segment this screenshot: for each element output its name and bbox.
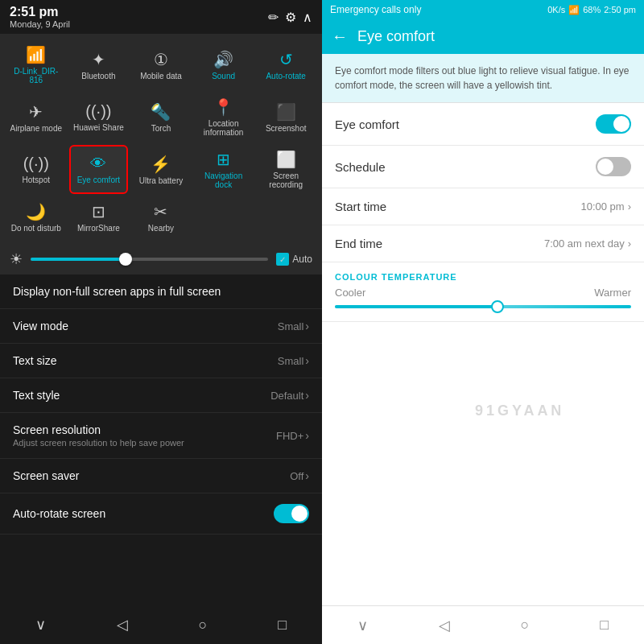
- settings-item-fullscreen[interactable]: Display non-full screen apps in full scr…: [0, 275, 322, 309]
- settings-item-textstyle[interactable]: Text style Default ›: [0, 378, 322, 413]
- eye-comfort-toggle-row[interactable]: Eye comfort: [322, 103, 644, 146]
- right-panel: Emergency calls only 0K/s 📶 68% 2:50 pm …: [322, 0, 644, 644]
- settings-list: Display non-full screen apps in full scr…: [0, 275, 322, 605]
- start-time-value: 10:00 pm ›: [580, 200, 631, 213]
- schedule-row[interactable]: Schedule: [322, 146, 644, 188]
- tile-mobile-label: Mobile data: [140, 72, 182, 80]
- schedule-toggle[interactable]: [596, 157, 631, 176]
- tile-torch[interactable]: 🔦 Torch: [131, 93, 191, 142]
- tile-ultrabattery-label: Ultra battery: [139, 176, 183, 185]
- bluetooth-icon: ✦: [92, 50, 105, 69]
- screensaver-value: Off ›: [290, 469, 309, 482]
- settings-item-viewmode[interactable]: View mode Small ›: [0, 309, 322, 344]
- left-status-bar: 2:51 pm Monday, 9 April ✏ ⚙ ∧: [0, 0, 322, 34]
- left-nav-home[interactable]: ○: [192, 610, 214, 640]
- tile-huawei[interactable]: ((·)) Huawei Share: [69, 93, 129, 142]
- start-time-row[interactable]: Start time 10:00 pm ›: [322, 188, 644, 225]
- brightness-slider[interactable]: [31, 258, 268, 261]
- screen-rec-icon: ⬜: [276, 150, 296, 169]
- fullscreen-title: Display non-full screen apps in full scr…: [13, 285, 221, 298]
- brightness-auto: ✓ Auto: [276, 253, 312, 266]
- eye-comfort-toggle[interactable]: [596, 114, 631, 134]
- tile-location-label: Location information: [196, 119, 252, 137]
- tile-huawei-label: Huawei Share: [73, 123, 124, 132]
- settings-item-textsize[interactable]: Text size Small ›: [0, 344, 322, 378]
- tile-mobile[interactable]: ① Mobile data: [131, 40, 191, 89]
- left-nav-back[interactable]: ◁: [110, 609, 134, 640]
- colour-temp-section: Cooler Warmer: [322, 287, 644, 322]
- tile-eyecomfort[interactable]: 👁 Eye comfort: [69, 145, 129, 194]
- viewmode-value: Small ›: [278, 320, 309, 332]
- collapse-icon[interactable]: ∧: [303, 10, 312, 25]
- settings-item-autorotate[interactable]: Auto-rotate screen: [0, 493, 322, 535]
- settings-item-resolution[interactable]: Screen resolution Adjust screen resoluti…: [0, 413, 322, 459]
- back-button[interactable]: ←: [332, 27, 348, 46]
- tile-mirrorshare-label: MirrorShare: [77, 224, 120, 233]
- ultra-battery-icon: ⚡: [151, 155, 171, 174]
- tile-screenrec[interactable]: ⬜ Screen recording: [256, 145, 316, 194]
- colour-temp-slider[interactable]: [335, 305, 631, 308]
- end-time-value: 7:00 am next day ›: [544, 237, 631, 250]
- tile-autorotate[interactable]: ↺ Auto-rotate: [256, 40, 316, 89]
- brightness-thumb: [119, 253, 132, 266]
- tile-torch-label: Torch: [151, 124, 171, 133]
- end-time-chevron: ›: [628, 237, 631, 250]
- resolution-title: Screen resolution: [13, 423, 184, 436]
- cooler-label: Cooler: [335, 287, 365, 299]
- chevron-icon: ›: [305, 320, 309, 332]
- tile-ultrabattery[interactable]: ⚡ Ultra battery: [131, 145, 191, 194]
- right-nav-bar: ∨ ◁ ○ □: [322, 605, 644, 644]
- tile-bluetooth[interactable]: ✦ Bluetooth: [69, 40, 129, 89]
- tile-location[interactable]: 📍 Location information: [194, 93, 254, 142]
- auto-checkbox[interactable]: ✓: [276, 253, 289, 266]
- tile-navdock[interactable]: ⊞ Navigation dock: [194, 145, 254, 194]
- left-nav-bar: ∨ ◁ ○ □: [0, 605, 322, 644]
- textstyle-title: Text style: [13, 389, 60, 402]
- tile-autorotate-label: Auto-rotate: [266, 72, 305, 80]
- battery-level: 68%: [583, 5, 601, 14]
- torch-icon: 🔦: [151, 102, 171, 122]
- chevron-icon-5: ›: [305, 469, 309, 482]
- resolution-value: FHD+ ›: [276, 429, 309, 442]
- start-time-label: Start time: [335, 200, 386, 213]
- right-nav-down[interactable]: ∨: [351, 610, 374, 641]
- left-status-left: 2:51 pm Monday, 9 April: [10, 5, 70, 29]
- autorotate-toggle[interactable]: [274, 504, 309, 523]
- eye-comfort-icon: 👁: [90, 155, 106, 173]
- tile-airplane-label: Airplane mode: [10, 124, 62, 133]
- tile-nearby-label: Nearby: [148, 224, 174, 233]
- tile-eyecomfort-label: Eye comfort: [77, 175, 120, 184]
- viewmode-title: View mode: [13, 320, 68, 332]
- huawei-icon: ((·)): [85, 102, 111, 121]
- right-nav-home[interactable]: ○: [514, 610, 536, 640]
- brightness-fill: [31, 258, 126, 261]
- end-time-row[interactable]: End time 7:00 am next day ›: [322, 225, 644, 262]
- right-nav-recents[interactable]: □: [593, 610, 615, 640]
- edit-icon[interactable]: ✏: [268, 10, 279, 25]
- tile-hotspot[interactable]: ((·)) Hotspot: [6, 145, 66, 194]
- settings-icon[interactable]: ⚙: [285, 10, 296, 25]
- textstyle-value: Default ›: [270, 389, 309, 402]
- airplane-icon: ✈: [29, 102, 43, 122]
- tile-donotdisturb[interactable]: 🌙 Do not disturb: [6, 197, 66, 237]
- tile-hotspot-label: Hotspot: [23, 175, 50, 184]
- settings-item-screensaver[interactable]: Screen saver Off ›: [0, 459, 322, 493]
- brightness-row: ☀ ✓ Auto: [0, 244, 322, 275]
- tile-sound[interactable]: 🔊 Sound: [194, 40, 254, 89]
- tile-screenshot[interactable]: ⬛ Screenshot: [256, 93, 316, 142]
- tile-airplane[interactable]: ✈ Airplane mode: [6, 93, 66, 142]
- autorotate-knob: [291, 506, 308, 522]
- hotspot-icon: ((·)): [23, 155, 49, 173]
- nav-dock-icon: ⊞: [217, 150, 230, 169]
- left-nav-recents[interactable]: □: [271, 610, 293, 640]
- tile-mirrorshare[interactable]: ⊡ MirrorShare: [69, 197, 129, 237]
- tile-nearby[interactable]: ✂ Nearby: [131, 197, 191, 237]
- end-time-label: End time: [335, 237, 382, 250]
- right-header-title: Eye comfort: [357, 28, 435, 45]
- tile-bluetooth-label: Bluetooth: [81, 72, 115, 80]
- tile-wifi[interactable]: 📶 D-Link_DIR-816: [6, 40, 66, 89]
- colour-temp-fill: [335, 305, 497, 308]
- left-nav-down[interactable]: ∨: [29, 609, 52, 640]
- right-nav-back[interactable]: ◁: [432, 610, 456, 641]
- eye-comfort-label: Eye comfort: [335, 118, 399, 131]
